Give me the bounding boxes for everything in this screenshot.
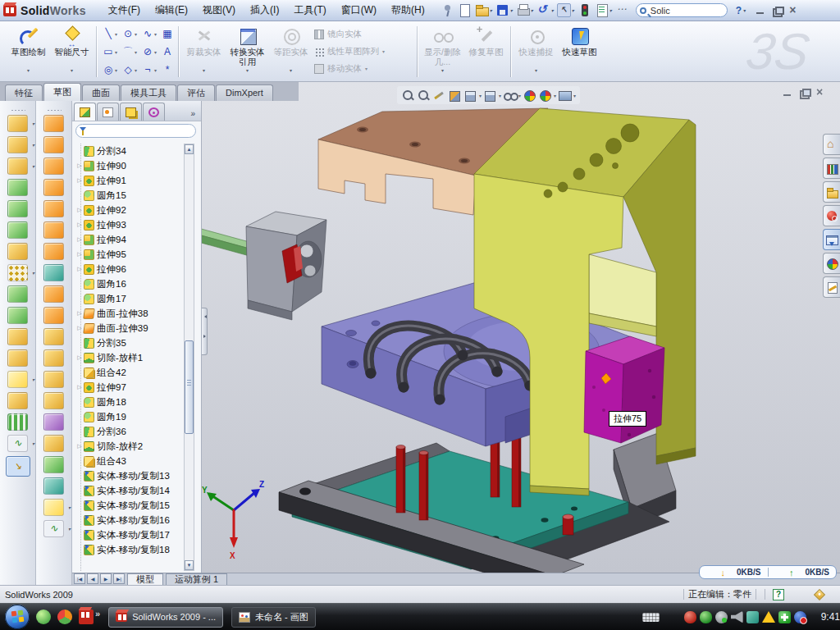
select-button[interactable]: ▾	[557, 3, 574, 17]
combine-button[interactable]	[0, 328, 35, 345]
help-button[interactable]: ?▾	[736, 5, 746, 16]
planar-surface-button[interactable]	[36, 243, 71, 260]
display-style-icon[interactable]	[483, 89, 497, 103]
sketch-entity-icon[interactable]: ⊙	[121, 26, 135, 41]
tree-item[interactable]: 实体-移动/复制18	[74, 542, 182, 557]
expand-arrow-icon[interactable]: ▷	[75, 236, 84, 243]
parting-surface-button[interactable]	[36, 179, 71, 196]
more-button[interactable]	[615, 3, 629, 17]
split-button[interactable]	[0, 285, 35, 303]
doc-restore-button[interactable]	[797, 87, 810, 98]
panel-tab-configuration-manager[interactable]	[120, 103, 142, 121]
tree-item[interactable]: 圆角19	[74, 409, 182, 424]
tree-item[interactable]: 实体-移动/复制15	[74, 498, 182, 513]
tree-item[interactable]: ▷拉伸93	[74, 217, 182, 232]
replace-face-button[interactable]	[36, 349, 71, 367]
taskpane-tab-view-palette[interactable]	[823, 229, 840, 250]
sketch-entity-icon[interactable]: ◇	[121, 62, 135, 77]
sketch-entity-icon[interactable]: ¬	[141, 62, 154, 77]
zoom-to-fit-icon[interactable]	[401, 89, 415, 103]
filled-surface-button[interactable]	[36, 456, 71, 473]
expand-arrow-icon[interactable]: ▷	[75, 207, 84, 213]
solidworks-quicklaunch-icon[interactable]	[79, 609, 94, 624]
tree-item[interactable]: 圆角16	[74, 276, 182, 291]
delete-face-button[interactable]	[36, 328, 71, 345]
point-button[interactable]: ▾	[36, 499, 71, 516]
thicken-button[interactable]	[36, 477, 71, 495]
tree-item[interactable]: 实体-移动/复制14	[74, 483, 182, 498]
filter-wand-icon[interactable]	[432, 89, 446, 103]
menubar-item[interactable]: 插入(I)	[243, 1, 286, 20]
tree-item[interactable]: 实体-移动/复制17	[74, 527, 182, 542]
convert-entities-button[interactable]: 转换实体引用▾	[226, 24, 269, 80]
pin-button[interactable]	[441, 3, 454, 17]
model-tab-模型[interactable]: 模型	[127, 573, 163, 585]
tree-item[interactable]: 圆角17	[74, 291, 182, 306]
tree-item[interactable]: ▷拉伸94	[74, 232, 182, 247]
ribbon-tab-草图[interactable]: 草图	[43, 83, 81, 101]
ribbon-tab-特征[interactable]: 特征	[5, 84, 43, 101]
taskpane-tab-file-explorer[interactable]	[823, 181, 840, 203]
menubar-item[interactable]: 窗口(W)	[334, 1, 384, 20]
shut-off-surface-button[interactable]	[36, 200, 71, 217]
rapid-sketch-button[interactable]: 快速草图	[558, 24, 601, 80]
spline-button[interactable]: ▾	[36, 520, 71, 537]
task-button-paint[interactable]: 未命名 - 画图	[231, 607, 316, 628]
apply-scene-icon[interactable]	[538, 89, 552, 103]
view-settings-icon[interactable]	[558, 89, 572, 103]
taskpane-tab-design-library[interactable]	[823, 158, 840, 179]
panel-tab-dimxpert-manager[interactable]	[143, 103, 165, 121]
doc-close-button[interactable]	[814, 87, 827, 98]
search-box[interactable]: Solic	[636, 3, 728, 17]
model-nav-button[interactable]: ◀	[87, 573, 98, 584]
panel-tab-feature-manager[interactable]	[74, 103, 96, 121]
panel-tab-property-manager[interactable]	[97, 103, 119, 121]
tree-item[interactable]: 组合43	[74, 454, 182, 468]
tooling-split-button[interactable]	[36, 221, 71, 239]
messenger-tray-icon[interactable]	[794, 611, 806, 623]
sketch-entity-icon[interactable]: ◎	[102, 62, 115, 77]
ruled-surface-button[interactable]	[36, 264, 71, 281]
panel-splitter-handle[interactable]	[202, 308, 208, 355]
sketch-button[interactable]: 草图绘制▾	[7, 24, 50, 80]
tree-item[interactable]: ▷曲面-拉伸39	[74, 321, 182, 336]
tree-item[interactable]: 实体-移动/复制13	[74, 468, 182, 483]
tree-item[interactable]: ▷切除-放样1	[74, 350, 182, 365]
launcher-quicklaunch-icon[interactable]	[57, 609, 72, 624]
task-button-solidworks[interactable]: SolidWorks 2009 - ...	[108, 607, 223, 628]
scroll-up-button[interactable]: ▲	[185, 144, 194, 154]
ribbon-tab-曲面[interactable]: 曲面	[82, 84, 120, 101]
sketch-entity-icon[interactable]: ▦	[161, 26, 174, 41]
part-slide-block-magenta[interactable]	[584, 336, 664, 443]
fillet-button[interactable]: ▾	[0, 158, 35, 175]
start-button[interactable]	[5, 605, 30, 629]
axis-button[interactable]	[0, 413, 35, 431]
lofted-boss-button[interactable]	[0, 200, 35, 217]
ribbon-tab-评估[interactable]: 评估	[177, 84, 215, 101]
untrim-surface-button[interactable]	[36, 371, 71, 388]
volume-tray-icon[interactable]	[731, 611, 743, 623]
tree-item[interactable]: ▷拉伸90	[74, 158, 182, 173]
menubar-item[interactable]: 编辑(E)	[148, 1, 195, 20]
tree-item[interactable]: 组合42	[74, 365, 182, 380]
sketch-entity-icon[interactable]: *	[161, 62, 174, 77]
tree-item[interactable]: ▷拉伸95	[74, 247, 182, 262]
restore-button[interactable]	[770, 5, 783, 16]
antivirus-tray-icon[interactable]	[684, 611, 696, 623]
tree-filter-input[interactable]	[75, 124, 196, 138]
menubar-item[interactable]: 工具(T)	[286, 1, 333, 20]
close-button[interactable]	[787, 5, 800, 16]
panel-tabs-overflow[interactable]: »	[190, 109, 199, 121]
save-button[interactable]: ▾	[495, 3, 513, 17]
menubar-item[interactable]: 视图(V)	[195, 1, 243, 20]
delete-body-button[interactable]	[0, 349, 35, 367]
sketch-entity-icon[interactable]: ∿	[141, 26, 154, 41]
expand-arrow-icon[interactable]: ▷	[75, 310, 84, 317]
instant3d-button[interactable]	[0, 456, 35, 477]
parting-line-button[interactable]	[36, 115, 71, 132]
tree-item[interactable]: 分割36	[74, 424, 182, 439]
rib-button[interactable]	[0, 243, 35, 260]
curve-button[interactable]: ▾	[0, 435, 35, 452]
expand-arrow-icon[interactable]: ▷	[75, 221, 84, 228]
tree-item[interactable]: 圆角18	[74, 395, 182, 409]
